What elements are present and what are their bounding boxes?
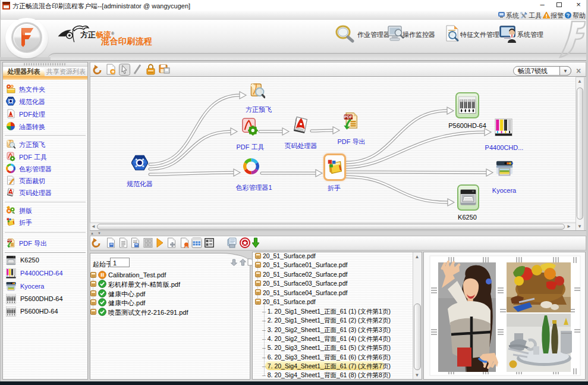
svg-text:?: ? [567, 12, 570, 18]
